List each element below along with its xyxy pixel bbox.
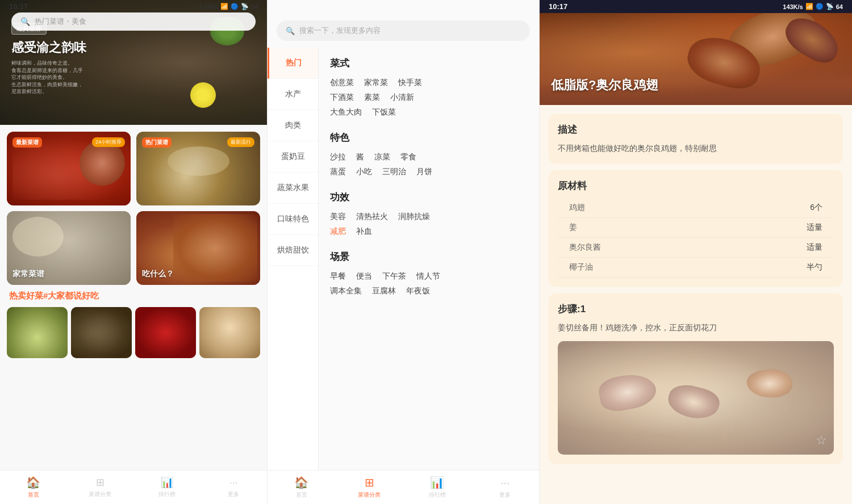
cat-section-special: 特色 沙拉 酱 凉菜 零食 蒸蛋 小吃 三明治 月饼: [330, 131, 528, 177]
cuisine-title: 菜式: [330, 57, 528, 70]
detail-time: 10:17: [549, 2, 567, 11]
tag-collection[interactable]: 调本全集: [330, 286, 362, 296]
tag-salad[interactable]: 沙拉: [330, 152, 346, 162]
desc-section-title: 描述: [558, 123, 834, 136]
category-nav-label: 菜谱分类: [89, 490, 111, 498]
cuisine-tags-3: 大鱼大肉 下饭菜: [330, 107, 528, 117]
hero-content: 经典椒麻 感受渝之韵味 鲜味调和，品味传奇之道。食客总是厨师送来的喜糖，几乎它才…: [11, 23, 86, 95]
sidebar-item-taste[interactable]: 口味特色: [268, 204, 318, 235]
tag-liangcai[interactable]: 凉菜: [374, 152, 390, 162]
favorite-icon[interactable]: ☆: [816, 433, 827, 448]
cat-search-bar[interactable]: 🔍 搜索一下，发现更多内容: [277, 20, 530, 41]
detail-signal-icon: 📶: [805, 3, 813, 10]
cuisine-tags: 创意菜 家常菜 快手菜: [330, 78, 528, 88]
tag-dayudrou[interactable]: 大鱼大肉: [330, 107, 362, 117]
sidebar-item-bake[interactable]: 烘焙甜饮: [268, 235, 318, 266]
detail-status-right: 143K/s 📶 🔵 📡 64: [783, 3, 843, 10]
detail-body: 描述 不用烤箱也能做好吃的奥尔良鸡翅，特别耐思 原材料 鸡翅 6个 姜 适量 奥…: [540, 105, 852, 504]
tag-mooncake[interactable]: 月饼: [416, 167, 432, 177]
sidebar-item-hot[interactable]: 热门: [268, 48, 318, 79]
cat-section-cuisine: 菜式 创意菜 家常菜 快手菜 下酒菜 素菜 小清新 大鱼大肉 下饭菜: [330, 57, 528, 117]
hero-title: 感受渝之韵味: [11, 39, 86, 56]
tag-beauty[interactable]: 美容: [330, 212, 346, 222]
food-item-3[interactable]: [135, 307, 196, 358]
tag-kuaishou[interactable]: 快手菜: [398, 78, 422, 88]
tag-sauce[interactable]: 酱: [356, 152, 364, 162]
cat-nav-ranking[interactable]: 📊 排行榜: [403, 476, 471, 499]
tag-snack[interactable]: 零食: [400, 152, 416, 162]
tag-xiaochi[interactable]: 小吃: [356, 167, 372, 177]
food-item-1[interactable]: [7, 307, 68, 358]
tag-sandwich[interactable]: 三明治: [382, 167, 406, 177]
detail-hero-image: 低脂版?奥尔良鸡翅: [540, 0, 852, 105]
nav-more[interactable]: ··· 更多: [201, 477, 268, 498]
nav-category[interactable]: ⊞ 菜谱分类: [67, 476, 134, 498]
sidebar-item-egg[interactable]: 蛋奶豆: [268, 141, 318, 173]
tag-xiafan[interactable]: 下饭菜: [372, 107, 396, 117]
tag-zhengdan[interactable]: 蒸蛋: [330, 167, 346, 177]
tag-jianzhi[interactable]: 减肥: [330, 226, 346, 237]
special-tags-2: 蒸蛋 小吃 三明治 月饼: [330, 167, 528, 177]
category-nav-icon: ⊞: [96, 476, 105, 489]
tag-buxue[interactable]: 补血: [356, 226, 372, 237]
tag-chuangyi[interactable]: 创意菜: [330, 78, 354, 88]
hot-recipes-card[interactable]: 热门菜谱 最新流行: [136, 132, 260, 205]
tag-xiaoqingxin[interactable]: 小清新: [390, 93, 414, 103]
home-signal: 2.5M/s: [199, 3, 218, 10]
latest-recipes-card[interactable]: 最新菜谱 24小时推荐: [7, 132, 131, 205]
tag-tofuforest[interactable]: 豆腐林: [372, 286, 396, 296]
sidebar-item-seafood[interactable]: 水产: [268, 79, 318, 110]
tag-qingre[interactable]: 清热祛火: [356, 212, 388, 222]
cat-category-icon: ⊞: [365, 476, 374, 489]
what-to-eat-card[interactable]: 吃什么？: [136, 211, 260, 285]
home-nav-icon: 🏠: [26, 476, 40, 489]
cat-ranking-label: 排行榜: [429, 491, 446, 499]
tag-newyear[interactable]: 年夜饭: [406, 286, 430, 296]
cat-body: 热门 水产 肉类 蛋奶豆 蔬菜水果 口味特色 烘焙甜饮 菜式 创意菜 家常菜 快…: [268, 48, 539, 470]
home-search-placeholder: 热门菜谱・美食: [35, 16, 86, 27]
home-cooking-card[interactable]: 家常菜谱: [7, 211, 131, 285]
tag-teatime[interactable]: 下午茶: [382, 271, 406, 282]
tag-breakfast[interactable]: 早餐: [330, 271, 346, 282]
ranking-nav-icon: 📊: [161, 476, 173, 489]
tag-sucai[interactable]: 素菜: [364, 93, 380, 103]
latest-recipes-label: 最新菜谱: [12, 137, 42, 148]
cuisine-tags-2: 下酒菜 素菜 小清新: [330, 93, 528, 103]
cat-nav-home[interactable]: 🏠 首页: [268, 476, 336, 499]
effect-title: 功效: [330, 191, 528, 204]
desc-text: 不用烤箱也能做好吃的奥尔良鸡翅，特别耐思: [558, 142, 834, 154]
food-item-2[interactable]: [71, 307, 132, 358]
tag-bento[interactable]: 便当: [356, 271, 372, 282]
nav-ranking[interactable]: 📊 排行榜: [133, 476, 201, 498]
more-nav-icon: ···: [229, 477, 238, 489]
hot-section-title: 热卖好菜#大家都说好吃: [7, 291, 260, 301]
home-cooking-label: 家常菜谱: [12, 269, 44, 279]
tag-xiajiu[interactable]: 下酒菜: [330, 93, 354, 103]
effect-tags-2: 减肥 补血: [330, 226, 528, 237]
tag-jiachang[interactable]: 家常菜: [364, 78, 388, 88]
cat-home-icon: 🏠: [294, 476, 308, 489]
nav-home[interactable]: 🏠 首页: [0, 476, 67, 499]
card-grid-1: 最新菜谱 24小时推荐 热门菜谱 最新流行: [7, 132, 260, 205]
detail-status-bar: 10:17 143K/s 📶 🔵 📡 64: [540, 0, 852, 13]
ingredient-name-2: 奥尔良酱: [569, 242, 601, 253]
cat-category-label: 菜谱分类: [358, 491, 381, 499]
scene-tags-2: 调本全集 豆腐林 年夜饭: [330, 286, 528, 296]
home-search-bar[interactable]: 🔍 热门菜谱・美食: [11, 12, 256, 31]
tag-runfei[interactable]: 润肺抗燥: [398, 212, 430, 222]
home-content: 最新菜谱 24小时推荐 热门菜谱 最新流行 家常菜谱 吃什么？: [0, 125, 267, 470]
cat-bottom-nav: 🏠 首页 ⊞ 菜谱分类 📊 排行榜 ··· 更多: [268, 470, 539, 504]
card-grid-2: 家常菜谱 吃什么？: [7, 211, 260, 285]
panel-category: 🔍 搜索一下，发现更多内容 热门 水产 肉类 蛋奶豆 蔬菜水果 口味特色 烘焙甜…: [267, 0, 540, 504]
effect-tags-1: 美容 清热祛火 润肺抗燥: [330, 212, 528, 222]
sidebar-item-vegfruit[interactable]: 蔬菜水果: [268, 173, 318, 204]
battery-badge: 64: [251, 3, 258, 10]
food-item-4[interactable]: [199, 307, 260, 358]
cat-nav-category[interactable]: ⊞ 菜谱分类: [336, 476, 404, 499]
ingredient-name-0: 鸡翅: [569, 203, 585, 213]
ingredient-row-2: 奥尔良酱 适量: [558, 238, 834, 258]
tag-valentine[interactable]: 情人节: [416, 271, 440, 282]
sidebar-item-meat[interactable]: 肉类: [268, 110, 318, 141]
detail-signal: 143K/s: [783, 3, 803, 10]
cat-nav-more[interactable]: ··· 更多: [471, 476, 540, 499]
